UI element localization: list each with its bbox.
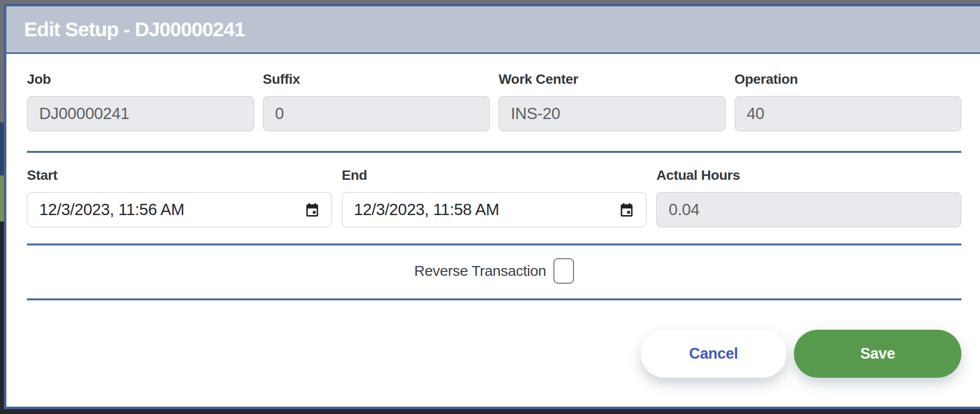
actual-hours-input: 0.04 [656, 192, 961, 227]
job-value: DJ00000241 [39, 104, 129, 123]
end-label: End [342, 168, 647, 183]
actual-hours-label: Actual Hours [656, 168, 961, 183]
time-row: Start 12/3/2023, 11:56 AM End 12/3/2023,… [27, 168, 961, 227]
reverse-transaction-checkbox[interactable] [553, 258, 574, 284]
field-work-center: Work Center INS-20 [499, 72, 726, 131]
operation-value: 40 [747, 104, 765, 123]
operation-input: 40 [735, 96, 962, 131]
save-button[interactable]: Save [794, 330, 961, 378]
work-center-input: INS-20 [499, 96, 726, 131]
suffix-label: Suffix [263, 72, 490, 87]
divider [27, 151, 961, 153]
end-datetime-value: 12/3/2023, 11:58 AM [354, 200, 499, 219]
backdrop-segment-gray [0, 0, 4, 122]
dialog-header: Edit Setup - DJ00000241 [6, 6, 980, 54]
field-end: End 12/3/2023, 11:58 AM [342, 168, 647, 227]
start-datetime-value: 12/3/2023, 11:56 AM [39, 200, 184, 219]
divider [27, 298, 961, 300]
field-suffix: Suffix 0 [263, 72, 490, 131]
dialog-body: Job DJ00000241 Suffix 0 Work Center INS-… [6, 54, 980, 407]
backdrop-segment-olive [0, 175, 4, 221]
work-center-label: Work Center [499, 72, 726, 87]
actual-hours-value: 0.04 [669, 200, 699, 219]
cancel-button[interactable]: Cancel [641, 330, 787, 378]
dialog-actions: Cancel Save [27, 330, 961, 378]
dialog-title: Edit Setup - DJ00000241 [24, 18, 245, 41]
calendar-icon[interactable] [619, 202, 634, 218]
operation-label: Operation [735, 72, 962, 87]
calendar-icon[interactable] [305, 202, 320, 218]
reverse-transaction-label: Reverse Transaction [414, 263, 546, 279]
job-info-row: Job DJ00000241 Suffix 0 Work Center INS-… [27, 72, 961, 131]
divider [27, 244, 961, 245]
backdrop-segment-charcoal [0, 221, 4, 414]
field-actual-hours: Actual Hours 0.04 [656, 168, 961, 227]
backdrop-left-strip [0, 0, 4, 414]
end-datetime-input[interactable]: 12/3/2023, 11:58 AM [342, 192, 647, 227]
job-label: Job [27, 72, 254, 87]
job-input: DJ00000241 [27, 96, 254, 131]
suffix-value: 0 [275, 104, 284, 123]
field-operation: Operation 40 [735, 72, 962, 131]
edit-setup-dialog: Edit Setup - DJ00000241 Job DJ00000241 S… [4, 4, 980, 409]
field-job: Job DJ00000241 [27, 72, 254, 131]
start-datetime-input[interactable]: 12/3/2023, 11:56 AM [27, 192, 332, 227]
field-start: Start 12/3/2023, 11:56 AM [27, 168, 332, 227]
backdrop-top-strip [0, 0, 980, 4]
backdrop-segment-navy [0, 122, 4, 175]
start-label: Start [27, 168, 332, 183]
backdrop-bottom-strip [0, 409, 980, 414]
work-center-value: INS-20 [511, 104, 560, 123]
reverse-transaction-row: Reverse Transaction [27, 258, 961, 284]
suffix-input: 0 [263, 96, 490, 131]
